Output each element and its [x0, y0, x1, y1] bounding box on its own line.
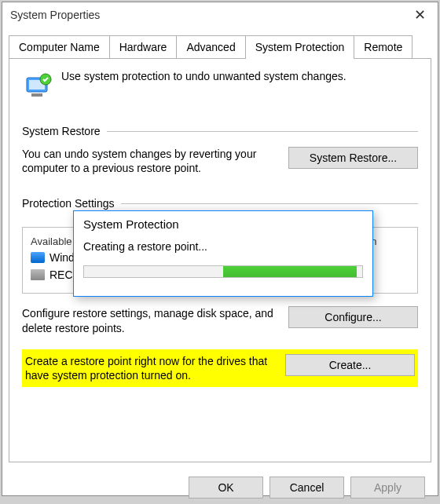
window-title: System Properties: [10, 9, 100, 21]
progress-message: Creating a restore point...: [74, 236, 372, 257]
tab-remote[interactable]: Remote: [354, 35, 412, 59]
system-restore-label: System Restore: [22, 125, 101, 137]
ok-button[interactable]: OK: [189, 477, 263, 499]
intro-text: Use system protection to undo unwanted s…: [61, 70, 346, 82]
tab-computer-name[interactable]: Computer Name: [9, 35, 110, 59]
configure-text: Configure restore settings, manage disk …: [22, 306, 288, 334]
progress-bar: [83, 265, 363, 278]
progress-fill: [223, 266, 357, 277]
tab-advanced[interactable]: Advanced: [176, 35, 245, 59]
configure-button[interactable]: Configure...: [288, 306, 418, 328]
apply-button[interactable]: Apply: [350, 477, 425, 499]
progress-dialog: System Protection Creating a restore poi…: [73, 210, 373, 297]
system-restore-button[interactable]: System Restore...: [288, 147, 418, 169]
system-restore-row: You can undo system changes by reverting…: [22, 147, 418, 175]
dialog-button-row: OK Cancel Apply: [2, 469, 438, 504]
drive-d-icon: [31, 269, 45, 280]
tab-system-protection[interactable]: System Protection: [245, 35, 355, 59]
system-restore-icon: [22, 70, 53, 101]
section-protection-settings-title: Protection Settings: [22, 197, 418, 210]
tab-hardware[interactable]: Hardware: [109, 35, 178, 59]
intro-row: Use system protection to undo unwanted s…: [22, 70, 418, 101]
drive-c-icon: [31, 252, 45, 263]
system-restore-text: You can undo system changes by reverting…: [22, 147, 288, 175]
divider: [107, 131, 418, 132]
section-system-restore-title: System Restore: [22, 125, 418, 137]
close-icon[interactable]: ✕: [402, 2, 438, 27]
svg-rect-2: [31, 93, 42, 97]
tabs: Computer Name Hardware Advanced System P…: [9, 35, 431, 59]
progress-dialog-title: System Protection: [74, 211, 372, 236]
create-text: Create a restore point right now for the…: [25, 354, 285, 382]
divider: [121, 203, 418, 204]
protection-settings-label: Protection Settings: [22, 197, 115, 210]
configure-row: Configure restore settings, manage disk …: [22, 306, 418, 334]
create-button[interactable]: Create...: [285, 354, 415, 376]
create-row-highlighted: Create a restore point right now for the…: [22, 349, 418, 387]
titlebar: System Properties ✕: [2, 2, 438, 27]
cancel-button[interactable]: Cancel: [270, 477, 344, 499]
system-properties-window: System Properties ✕ Computer Name Hardwa…: [2, 2, 438, 496]
